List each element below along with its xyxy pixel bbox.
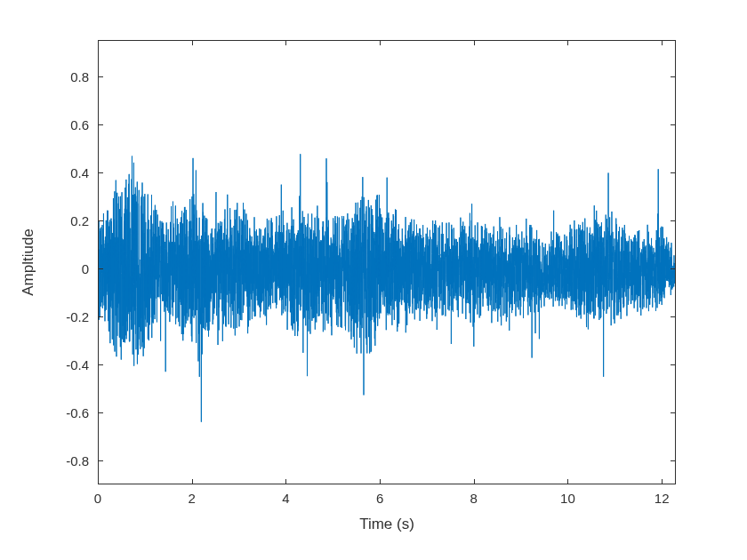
x-tick-label: 2	[189, 491, 196, 506]
x-tick-mark	[285, 40, 286, 45]
y-tick-mark	[671, 316, 676, 317]
x-axis-label-text: Time (s)	[359, 516, 414, 532]
plot-axes	[98, 40, 676, 484]
y-tick-mark	[671, 220, 676, 221]
y-tick-label: 0.8	[36, 68, 89, 84]
x-tick-mark	[567, 40, 568, 45]
y-tick-mark	[98, 76, 103, 77]
x-tick-mark	[98, 479, 99, 484]
y-tick-label: 0.4	[36, 164, 89, 180]
y-tick-label: 0.2	[36, 212, 89, 228]
x-axis-label: Time (s)	[98, 516, 676, 533]
y-tick-label: 0.6	[36, 116, 89, 132]
y-tick-label: -0.4	[36, 356, 89, 372]
y-tick-label: -0.8	[36, 452, 89, 468]
y-tick-label: -0.2	[36, 308, 89, 324]
x-tick-mark	[192, 479, 193, 484]
y-tick-label: -0.6	[36, 404, 89, 420]
x-tick-mark	[474, 479, 475, 484]
x-tick-label: 6	[376, 491, 383, 506]
x-tick-label: 0	[94, 491, 101, 506]
x-tick-mark	[662, 40, 663, 45]
y-tick-mark	[98, 268, 103, 269]
y-tick-mark	[98, 412, 103, 413]
x-tick-mark	[380, 40, 381, 45]
x-tick-mark	[285, 479, 286, 484]
y-tick-mark	[98, 364, 103, 365]
y-axis-label-text: Ampltiude	[20, 228, 37, 296]
y-tick-mark	[671, 268, 676, 269]
x-tick-mark	[192, 40, 193, 45]
y-tick-mark	[98, 316, 103, 317]
waveform-line	[99, 41, 675, 484]
x-tick-mark	[380, 479, 381, 484]
x-tick-mark	[98, 40, 99, 45]
x-tick-mark	[662, 479, 663, 484]
y-tick-mark	[671, 412, 676, 413]
x-tick-label: 12	[655, 491, 670, 506]
y-tick-mark	[671, 124, 676, 125]
y-axis-label: Ampltiude	[20, 40, 37, 484]
y-tick-label: 0	[36, 260, 89, 276]
y-tick-mark	[98, 220, 103, 221]
x-tick-label: 10	[560, 491, 575, 506]
x-tick-label: 8	[470, 491, 478, 506]
y-tick-mark	[98, 172, 103, 173]
y-tick-mark	[671, 76, 676, 77]
y-tick-mark	[98, 460, 103, 461]
y-tick-mark	[671, 172, 676, 173]
y-tick-mark	[671, 364, 676, 365]
x-tick-mark	[474, 40, 475, 45]
x-tick-mark	[567, 479, 568, 484]
y-tick-mark	[98, 124, 103, 125]
x-tick-label: 4	[282, 491, 289, 506]
figure: Ampltiude Time (s) -0.8-0.6-0.4-0.200.20…	[0, 0, 747, 560]
y-tick-mark	[671, 460, 676, 461]
